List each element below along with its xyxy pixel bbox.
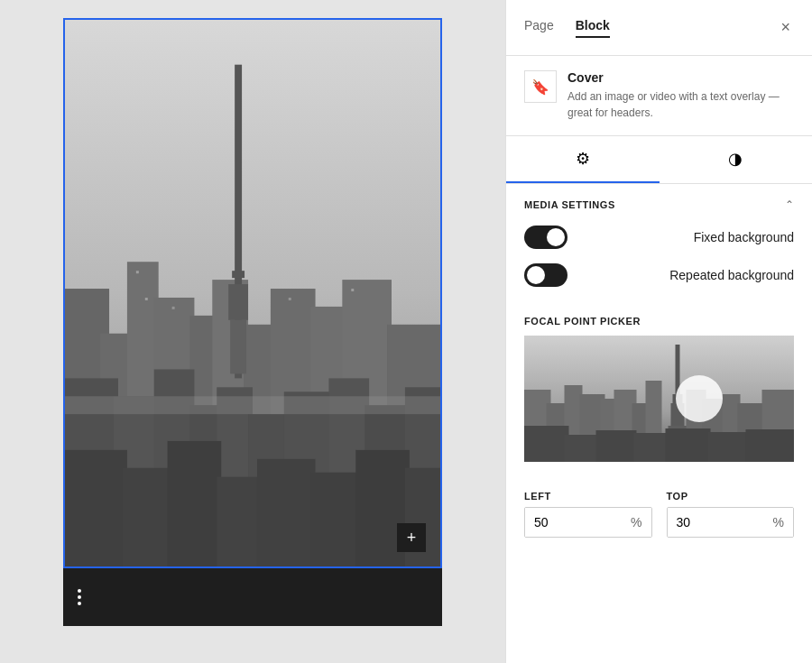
fixed-background-toggle[interactable]	[524, 226, 567, 249]
close-button[interactable]: ×	[777, 14, 794, 41]
add-block-button[interactable]: +	[397, 523, 426, 552]
settings-panel: Page Block × 🔖 Cover Add an image or vid…	[505, 0, 812, 663]
left-unit: %	[622, 508, 651, 537]
svg-rect-30	[257, 459, 316, 566]
left-input[interactable]	[525, 508, 622, 537]
top-unit: %	[764, 508, 793, 537]
section-header: Media settings ⌃	[524, 198, 794, 211]
left-coord-field: LEFT %	[524, 491, 652, 538]
focal-point-section: FOCAL POINT PICKER	[506, 316, 812, 476]
repeated-background-row: Repeated background	[524, 263, 794, 287]
svg-rect-58	[524, 426, 569, 462]
left-label: LEFT	[524, 491, 652, 502]
cover-icon: 🔖	[531, 78, 549, 96]
tab-settings-icon[interactable]: ⚙	[506, 136, 660, 183]
top-input-wrap: %	[667, 507, 795, 538]
fixed-background-label: Fixed background	[694, 230, 794, 244]
icon-tabs: ⚙ ◑	[506, 136, 812, 184]
style-icon: ◑	[728, 149, 743, 169]
panel-header: Page Block ×	[506, 0, 812, 56]
svg-rect-13	[232, 271, 245, 278]
toolbar-row	[63, 568, 442, 626]
focal-picker[interactable]	[524, 336, 794, 462]
tab-page[interactable]: Page	[524, 18, 554, 38]
block-title: Cover	[567, 70, 794, 85]
svg-rect-29	[217, 477, 262, 566]
svg-rect-15	[230, 320, 246, 374]
focal-handle[interactable]	[676, 375, 723, 422]
svg-rect-37	[172, 307, 175, 309]
tab-style-icon[interactable]: ◑	[660, 136, 813, 183]
panel-tabs: Page Block	[524, 18, 610, 38]
left-input-wrap: %	[524, 507, 652, 538]
svg-rect-27	[123, 468, 172, 566]
fixed-background-row: Fixed background	[524, 226, 794, 249]
block-description: Add an image or video with a text overla…	[567, 88, 794, 121]
svg-rect-63	[708, 432, 749, 462]
block-text: Cover Add an image or video with a text …	[567, 70, 794, 121]
svg-rect-61	[634, 433, 669, 462]
svg-rect-38	[289, 298, 291, 300]
dot-2	[78, 595, 81, 599]
svg-rect-26	[65, 450, 127, 566]
top-input[interactable]	[668, 508, 764, 537]
svg-rect-35	[136, 271, 139, 273]
editor-area: +	[0, 0, 505, 663]
svg-rect-28	[168, 441, 222, 566]
top-label: TOP	[667, 491, 795, 502]
cover-image: +	[63, 18, 442, 568]
block-toolbar-dots[interactable]	[63, 589, 96, 605]
svg-rect-14	[228, 284, 248, 320]
media-settings-section: Media settings ⌃ Fixed background Repeat…	[506, 184, 812, 316]
svg-rect-59	[565, 435, 601, 462]
svg-rect-60	[596, 430, 637, 462]
repeated-background-toggle[interactable]	[524, 263, 567, 287]
svg-rect-62	[666, 428, 711, 462]
collapse-icon[interactable]: ⌃	[785, 198, 794, 211]
svg-rect-31	[311, 473, 361, 566]
dot-1	[78, 589, 81, 593]
repeated-background-label: Repeated background	[669, 268, 794, 282]
svg-rect-34	[65, 396, 440, 414]
block-info: 🔖 Cover Add an image or video with a tex…	[506, 56, 812, 136]
canvas-block: +	[63, 18, 442, 626]
block-type-icon: 🔖	[524, 70, 557, 103]
media-settings-title: Media settings	[524, 199, 615, 210]
coords-row: LEFT % TOP %	[506, 476, 812, 552]
gear-icon: ⚙	[576, 149, 590, 169]
top-coord-field: TOP %	[667, 491, 795, 538]
dot-3	[78, 602, 81, 605]
focal-point-label: FOCAL POINT PICKER	[524, 316, 794, 327]
svg-rect-64	[746, 429, 795, 462]
svg-rect-36	[145, 298, 148, 300]
svg-rect-39	[351, 289, 354, 291]
tab-block[interactable]: Block	[576, 18, 610, 38]
